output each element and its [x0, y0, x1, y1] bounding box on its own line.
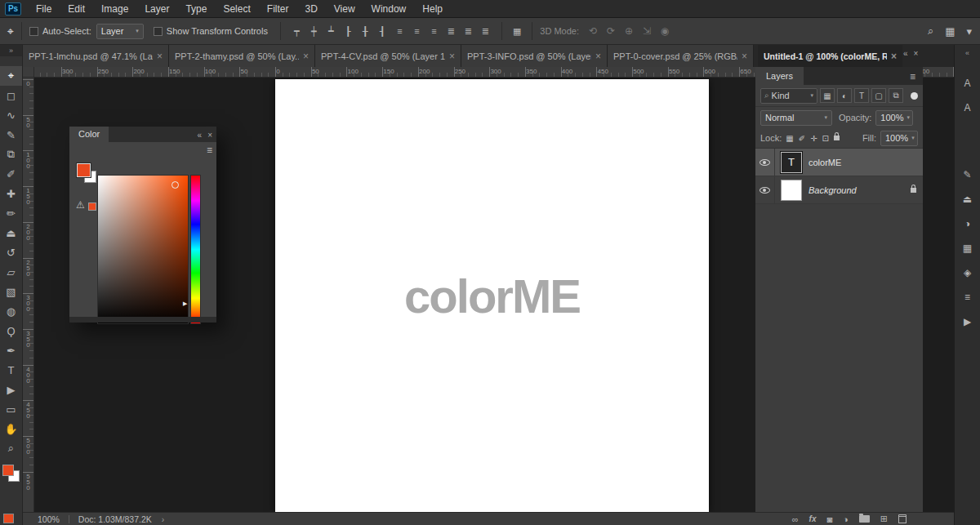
lock-pixels-icon[interactable]: ✐ [799, 134, 805, 143]
dock-close-icon[interactable]: × [914, 49, 919, 58]
tab-close-icon[interactable]: × [742, 51, 747, 62]
search-icon[interactable]: ⌕ [928, 24, 933, 38]
history-brush-tool[interactable]: ↺ [0, 242, 22, 262]
quick-selection-tool[interactable]: ✎ [0, 125, 22, 145]
menu-item[interactable]: Select [215, 0, 258, 18]
3d-mode-icon[interactable]: ⊕ [620, 25, 638, 37]
align-icon[interactable]: ┯ [288, 26, 305, 37]
3d-mode-icon[interactable]: ⟲ [584, 25, 602, 37]
pen-tool[interactable]: ✒ [0, 340, 22, 360]
layer-visibility-toggle[interactable] [755, 176, 775, 203]
align-icon[interactable]: ≡ [391, 26, 408, 36]
shape-filter-icon[interactable]: ▢ [871, 88, 886, 103]
status-options-chevron[interactable]: › [162, 514, 165, 524]
align-icon[interactable]: ≣ [443, 26, 460, 37]
menu-item[interactable]: Edit [60, 0, 93, 18]
panel-menu-icon[interactable]: ≡ [910, 71, 923, 85]
tab-close-icon[interactable]: × [157, 51, 163, 62]
layers-panel-empty-area[interactable] [755, 204, 923, 512]
layer-row-colorme[interactable]: T colorME [755, 149, 923, 176]
gamut-warning-icon[interactable]: ⚠ [76, 199, 85, 211]
blend-mode-dropdown[interactable]: Normal ▾ [760, 110, 832, 126]
fill-dropdown[interactable]: 100% ▾ [880, 131, 918, 146]
shape-tool[interactable]: ▭ [0, 399, 22, 419]
lock-position-icon[interactable]: ✛ [810, 134, 817, 143]
auto-select-target-dropdown[interactable]: Layer ▾ [96, 24, 144, 39]
document-tab[interactable]: PPT-3-INFO.psd @ 50% (Layer... × [461, 45, 608, 67]
3d-mode-icon[interactable]: ⇲ [638, 25, 656, 37]
crop-tool[interactable]: ⧉ [0, 145, 22, 164]
align-icon[interactable]: ┷ [323, 26, 340, 37]
menu-item[interactable]: Layer [136, 0, 177, 18]
document-tab[interactable]: PPT-4-CV.psd @ 50% (Layer 1,... × [315, 45, 461, 67]
menu-item[interactable]: View [326, 0, 363, 18]
brush-tool[interactable]: ✏ [0, 203, 22, 223]
3d-mode-icon[interactable]: ⟳ [602, 25, 620, 37]
vertical-ruler[interactable]: 050100150200250300350400450500550 [23, 78, 34, 512]
menu-item[interactable]: Window [363, 0, 415, 18]
color-picker-cursor[interactable] [172, 181, 179, 189]
ruler-origin-corner[interactable] [23, 67, 34, 78]
healing-brush-tool[interactable]: ✚ [0, 184, 22, 203]
clone-stamp-tool[interactable]: ⏏ [0, 223, 22, 242]
canvas[interactable]: colorME [275, 79, 709, 513]
blur-tool[interactable]: ◍ [0, 301, 22, 321]
toolbar-collapse-button[interactable]: » [0, 45, 22, 56]
panel-foreground-swatch[interactable] [77, 163, 91, 177]
align-icon[interactable]: ≣ [460, 26, 477, 37]
layers-panel-tab[interactable]: Layers [755, 67, 804, 85]
layer-name[interactable]: colorME [808, 158, 923, 167]
auto-select-checkbox[interactable] [29, 27, 38, 36]
dodge-tool[interactable]: Ϙ [0, 321, 22, 340]
document-tab[interactable]: PPT-1-lmchu.psd @ 47.1% (La... × [23, 45, 169, 67]
document-tab[interactable]: PPT-2-thamy.psd @ 50% (Lay... × [169, 45, 315, 67]
document-tab-untitled[interactable]: Untitled-1 @ 100% (colorME, RGB/8) * × [758, 45, 902, 67]
move-tool[interactable]: ⌖ [0, 66, 22, 86]
align-icon[interactable]: ≡ [408, 26, 425, 36]
clone-source-panel-icon[interactable]: ⏏ [955, 187, 980, 211]
tab-close-icon[interactable]: × [303, 51, 309, 62]
strip-collapse-icon[interactable]: « [955, 45, 980, 60]
type-filter-icon[interactable]: T [854, 88, 869, 103]
layer-name[interactable]: Background [808, 185, 911, 195]
character-styles-panel-icon[interactable]: A [955, 96, 980, 120]
align-icon[interactable]: ≣ [477, 26, 494, 37]
align-icon[interactable]: ┿ [305, 26, 323, 37]
filter-kind-dropdown[interactable]: ⌕ Kind ▾ [760, 88, 817, 104]
menu-item[interactable]: File [28, 0, 60, 18]
eyedropper-tool[interactable]: ✐ [0, 164, 22, 184]
panel-close-icon[interactable]: × [207, 131, 212, 140]
text-layer-thumbnail[interactable]: T [781, 152, 802, 173]
color-panel-tab[interactable]: Color [69, 127, 109, 142]
tab-close-icon[interactable]: × [595, 51, 601, 62]
adjustment-layer-icon[interactable]: ◑ [843, 514, 849, 524]
document-tab[interactable]: PPT-0-cover.psd @ 25% (RGB/... × [608, 45, 754, 67]
adjustment-filter-icon[interactable]: ◐ [837, 88, 852, 103]
workspace-switcher-icon[interactable]: ▦ [945, 25, 955, 38]
delete-layer-icon[interactable] [898, 514, 906, 523]
workspace-caret-icon[interactable]: ▾ [966, 25, 972, 38]
character-panel-icon[interactable]: A [955, 71, 980, 96]
3d-mode-icon[interactable]: ◉ [656, 25, 674, 37]
new-layer-icon[interactable]: ⊞ [880, 514, 888, 524]
layer-style-icon[interactable]: fx [809, 514, 817, 523]
marquee-tool[interactable]: ◻ [0, 86, 22, 105]
menu-item[interactable]: Help [414, 0, 451, 18]
foreground-color-swatch[interactable] [2, 465, 14, 476]
foreground-background-swatches[interactable] [2, 465, 20, 483]
pixel-filter-icon[interactable]: ▦ [820, 88, 835, 103]
menu-item[interactable]: Image [93, 0, 136, 18]
gradient-tool[interactable]: ▧ [0, 282, 22, 301]
adjustments-panel-icon[interactable]: ◑ [955, 211, 980, 236]
layer-mask-icon[interactable]: ◙ [826, 514, 832, 524]
layer-row-background[interactable]: Background [755, 176, 923, 204]
hue-slider[interactable] [190, 175, 201, 324]
hand-tool[interactable]: ✋ [0, 419, 22, 438]
hue-slider-pointer[interactable]: ▶ [183, 300, 187, 307]
saturation-brightness-field[interactable] [97, 175, 189, 324]
align-icon[interactable]: ≡ [425, 26, 443, 36]
zoom-level[interactable]: 100% [38, 514, 60, 524]
path-selection-tool[interactable]: ▶ [0, 380, 22, 399]
panel-resize-edge[interactable] [69, 317, 216, 323]
align-icon[interactable]: ╂ [357, 26, 374, 37]
